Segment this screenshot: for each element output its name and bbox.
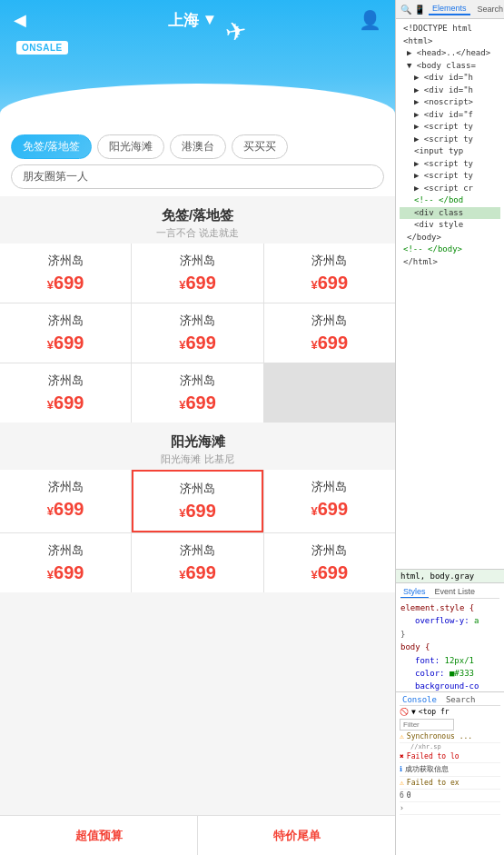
filter-tabs-row1: 免签/落地签 阳光海滩 港澳台 买买买: [0, 127, 395, 164]
product-price: ¥699: [272, 273, 388, 293]
product-card[interactable]: 济州岛 ¥699: [0, 303, 131, 363]
bottom-tab-0[interactable]: 超值预算: [0, 816, 198, 855]
tree-node[interactable]: ▶ <script ty: [400, 121, 500, 134]
product-card[interactable]: 济州岛 ¥699: [132, 363, 262, 423]
airplane-icon: ✈: [222, 15, 248, 47]
section2-header: 阳光海滩 阳光海滩 比基尼: [0, 423, 395, 470]
onsale-badge: ONSALE: [16, 41, 68, 55]
product-name: 济州岛: [139, 542, 255, 559]
product-name: 济州岛: [141, 481, 253, 497]
clear-console-icon[interactable]: 🚫: [400, 708, 409, 716]
product-name: 济州岛: [139, 253, 255, 269]
product-card[interactable]: 济州岛 ¥699: [264, 470, 395, 532]
tree-node[interactable]: ▶ <script ty: [400, 170, 500, 183]
section1-header: 免签/落地签 一言不合 说走就走: [0, 196, 395, 244]
styles-section: Styles Event Liste element.style { overf…: [396, 582, 504, 691]
styles-tab-styles[interactable]: Styles: [400, 586, 429, 598]
tab-elements[interactable]: Elements: [429, 3, 470, 15]
tree-node[interactable]: ▼ <body class=: [400, 60, 500, 73]
product-price: ¥699: [141, 501, 253, 522]
tree-node[interactable]: ▶ <div id="h: [400, 72, 500, 85]
content-area: 免签/落地签 一言不合 说走就走 济州岛 ¥699 济州岛 ¥699 济州岛 ¥…: [0, 196, 395, 815]
tree-node[interactable]: ▶ <noscript>: [400, 96, 500, 109]
section2-title: 阳光海滩: [0, 433, 395, 451]
console-text: Failed to ex: [407, 778, 460, 788]
product-card[interactable]: 济州岛 ¥699: [0, 533, 131, 592]
tree-node[interactable]: ▶ <div id="h: [400, 85, 500, 97]
product-card[interactable]: 济州岛 ¥699: [0, 363, 131, 423]
styles-tab-events[interactable]: Event Liste: [432, 586, 479, 598]
product-price: ¥699: [7, 333, 124, 353]
tree-node[interactable]: ▶ <script ty: [400, 134, 500, 146]
tree-node[interactable]: <!-- </body>: [400, 244, 500, 256]
filter-tab-3[interactable]: 买买买: [232, 134, 288, 159]
console-text: 0: [407, 790, 411, 800]
tree-node[interactable]: <!-- </bod: [400, 194, 500, 207]
product-card-highlighted[interactable]: 济州岛 ¥699: [132, 470, 262, 532]
tree-node[interactable]: ▶ <script ty: [400, 158, 500, 171]
devtools-toolbar-icons: 🔍 📱: [400, 5, 425, 15]
product-price: ¥699: [139, 333, 255, 353]
tree-node[interactable]: </body>: [400, 232, 500, 244]
console-text: 成功获取信息: [405, 764, 449, 774]
tree-node[interactable]: ▶ <head>..</head>: [400, 47, 500, 60]
product-card[interactable]: 济州岛 ¥699: [264, 244, 395, 303]
tree-node[interactable]: <html>: [400, 35, 500, 48]
product-card[interactable]: 济州岛 ¥699: [132, 533, 262, 592]
back-button[interactable]: ◀: [14, 10, 26, 30]
bottom-tab-1[interactable]: 特价尾单: [198, 816, 395, 855]
product-name: 济州岛: [7, 479, 124, 495]
devtools-toolbar: 🔍 📱 Elements Search: [396, 0, 504, 19]
console-tab-console[interactable]: Console: [400, 694, 440, 705]
product-name: 济州岛: [7, 313, 124, 329]
product-price: ¥699: [7, 499, 124, 520]
tree-node[interactable]: ▶ <div id="f: [400, 109, 500, 122]
console-subtext: //xhr.sp: [400, 743, 500, 751]
console-tabs: Console Search: [400, 694, 500, 706]
product-price: ¥699: [139, 393, 255, 413]
product-name: 济州岛: [272, 542, 388, 559]
product-card[interactable]: 济州岛 ¥699: [264, 533, 395, 592]
console-tab-search[interactable]: Search: [443, 694, 479, 705]
tab-search[interactable]: Search: [474, 4, 504, 15]
product-card[interactable]: 济州岛 ¥699: [264, 303, 395, 363]
product-price: ¥699: [272, 499, 388, 520]
filter-tab-1[interactable]: 阳光海滩: [97, 134, 164, 159]
device-icon[interactable]: 📱: [414, 5, 425, 15]
tree-node: <!DOCTYPE html: [400, 23, 500, 35]
inspect-icon[interactable]: 🔍: [400, 5, 411, 15]
error-icon: ✖: [400, 751, 404, 761]
element-label: html, body.gray: [396, 569, 504, 582]
tree-node[interactable]: ▶ <script cr: [400, 183, 500, 195]
styles-rule-0: element.style { overflow-y: a }: [400, 601, 499, 641]
console-entry: ⚠ Synchronous ...: [400, 731, 500, 743]
user-icon[interactable]: 👤: [359, 9, 381, 31]
product-card[interactable]: 济州岛 ¥699: [0, 244, 131, 303]
product-price: ¥699: [139, 562, 255, 583]
product-card[interactable]: 济州岛 ¥699: [0, 470, 131, 532]
product-name: 济州岛: [272, 479, 388, 495]
section2-grid: 济州岛 ¥699 济州岛 ¥699 济州岛 ¥699 济州岛 ¥699 济州岛 …: [0, 470, 395, 592]
product-card[interactable]: 济州岛 ¥699: [132, 244, 262, 303]
filter-tab-2[interactable]: 港澳台: [170, 134, 226, 159]
product-price: ¥699: [7, 273, 124, 293]
console-toolbar: 🚫 ▼ <top fr: [400, 708, 500, 716]
tree-node[interactable]: </html>: [400, 256, 500, 269]
filter-tab-0[interactable]: 免签/落地签: [11, 134, 92, 159]
tree-node-selected[interactable]: <div class: [400, 207, 500, 220]
filter-tab-row2-0[interactable]: 朋友圈第一人: [11, 164, 384, 189]
product-card[interactable]: 济州岛 ¥699: [132, 303, 262, 363]
filter-dropdown-icon[interactable]: ▼: [411, 708, 416, 716]
product-price: ¥699: [272, 562, 388, 583]
tree-node[interactable]: <input typ: [400, 145, 500, 158]
product-price: ¥699: [7, 393, 124, 413]
section1-title: 免签/落地签: [0, 207, 395, 224]
console-text: Failed to lo: [407, 751, 460, 761]
warning-icon: ⚠: [400, 778, 404, 788]
console-text: Synchronous ...: [407, 731, 472, 741]
console-entry: ›: [400, 802, 500, 815]
city-selector[interactable]: 上海 ▼: [168, 10, 218, 31]
product-name: 济州岛: [7, 373, 124, 389]
console-filter-input[interactable]: [400, 719, 454, 731]
tree-node[interactable]: <div style: [400, 219, 500, 232]
